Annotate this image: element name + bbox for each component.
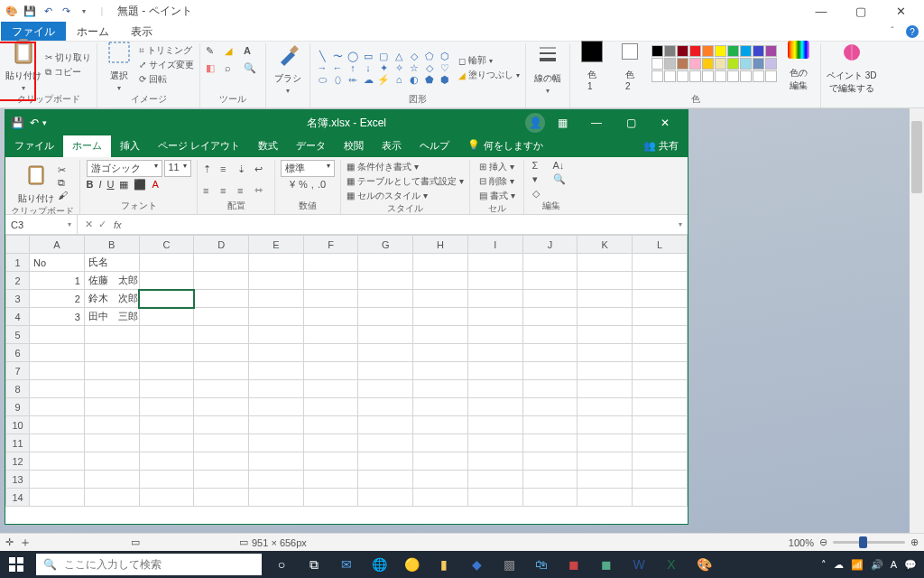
grid-cell[interactable] [467, 452, 522, 471]
excel-displaymode-icon[interactable]: ▦ [545, 110, 579, 135]
grid-cell[interactable] [578, 489, 633, 507]
grid-cell[interactable] [633, 416, 688, 434]
color-swatch[interactable] [702, 58, 714, 70]
grid-cell[interactable] [248, 272, 303, 290]
paste-dropdown-icon[interactable]: ▾ [22, 84, 25, 92]
grid-cell[interactable] [633, 380, 688, 398]
grid-cell[interactable] [633, 362, 688, 380]
paint3d-button[interactable]: ペイント 3D で編集する [827, 37, 877, 95]
trim-button[interactable]: ⌗トリミング [139, 43, 194, 57]
rotate-button[interactable]: ⟳回転 [139, 72, 194, 86]
tray-wifi-icon[interactable]: 📶 [851, 559, 864, 571]
grid-cell[interactable] [30, 452, 85, 471]
color-swatch[interactable] [664, 58, 676, 70]
grid-cell[interactable] [30, 380, 85, 398]
formula-expand-icon[interactable]: ▾ [673, 220, 688, 228]
grid-cell[interactable] [633, 308, 688, 326]
color-swatch[interactable] [715, 70, 726, 82]
grid-cell[interactable] [522, 380, 578, 398]
grid-cell[interactable] [248, 434, 303, 452]
paint-min-button[interactable]: — [801, 0, 841, 22]
color-swatch[interactable] [651, 58, 663, 70]
tray-cloud-icon[interactable]: ☁ [834, 559, 844, 571]
grid-cell[interactable] [467, 326, 522, 344]
vertical-scrollbar[interactable] [910, 108, 924, 533]
excel-qat-dropdown[interactable]: ▾ [42, 118, 47, 127]
grid-cell[interactable] [248, 308, 303, 326]
share-button[interactable]: 👥 共有 [634, 135, 688, 157]
pencil-tool[interactable]: ✎ [206, 45, 222, 57]
grid-cell[interactable] [413, 380, 468, 398]
grid-cell[interactable] [522, 471, 578, 489]
xl-copy-icon[interactable]: ⧉ [58, 177, 68, 189]
grid-cell[interactable] [413, 290, 468, 308]
color-swatch[interactable] [651, 70, 663, 82]
grid-cell[interactable] [139, 380, 194, 398]
col-header[interactable]: G [358, 236, 413, 254]
xl-cut-icon[interactable]: ✂ [58, 164, 68, 176]
cancel-formula-icon[interactable]: ✕ [85, 219, 93, 230]
grid-cell[interactable] [303, 326, 358, 344]
grid-cell[interactable] [467, 416, 522, 434]
grid-cell[interactable] [303, 344, 358, 362]
grid-cell[interactable] [467, 272, 522, 290]
worksheet-grid[interactable]: ABCDEFGHIJKL1No氏名21佐藤 太郎32鈴木 次郎43田中 三郎56… [5, 235, 688, 524]
grid-cell[interactable] [303, 254, 358, 272]
grid-cell[interactable] [84, 398, 139, 416]
grid-cell[interactable] [578, 272, 633, 290]
grid-cell[interactable] [358, 416, 413, 434]
grid-cell[interactable] [303, 290, 358, 308]
grid-cell[interactable] [139, 471, 194, 489]
color-swatch[interactable] [765, 45, 777, 57]
grid-cell[interactable] [248, 452, 303, 471]
row-header[interactable]: 10 [6, 416, 30, 434]
app-icon-3[interactable]: ◼ [558, 551, 590, 578]
shape-fill-button[interactable]: ◢塗りつぶし▾ [458, 69, 520, 82]
grid-cell[interactable] [194, 344, 249, 362]
shape-outline-button[interactable]: ◻輪郭▾ [458, 54, 520, 68]
system-tray[interactable]: ˄ ☁ 📶 🔊 A 💬 [814, 559, 924, 571]
qat-dropdown-icon[interactable]: ▾ [76, 3, 92, 19]
grid-cell[interactable] [633, 254, 688, 272]
brush-button[interactable]: ブラシ ▾ [272, 40, 304, 95]
grid-cell[interactable] [303, 452, 358, 471]
sort-button[interactable]: A↓ [553, 160, 571, 171]
grid-cell[interactable] [633, 434, 688, 452]
grid-cell[interactable] [467, 380, 522, 398]
grid-cell[interactable] [578, 308, 633, 326]
grid-cell[interactable] [30, 362, 85, 380]
color-swatch[interactable] [740, 70, 752, 82]
grid-cell[interactable] [248, 416, 303, 434]
grid-cell[interactable] [633, 471, 688, 489]
app-icon-2[interactable]: ▩ [493, 551, 525, 578]
formula-input[interactable] [129, 215, 673, 234]
grid-cell[interactable] [522, 489, 578, 507]
grid-cell[interactable] [303, 380, 358, 398]
color-swatch[interactable] [727, 45, 739, 57]
cut-button[interactable]: ✂切り取り [45, 51, 91, 64]
color2-button[interactable]: 色 2 [614, 36, 646, 91]
col-header[interactable]: L [633, 236, 688, 254]
grid-cell[interactable] [578, 290, 633, 308]
grid-cell[interactable] [578, 362, 633, 380]
grid-cell[interactable] [139, 416, 194, 434]
row-header[interactable]: 14 [6, 489, 30, 507]
grid-cell[interactable] [139, 326, 194, 344]
grid-cell[interactable] [413, 489, 468, 507]
grid-cell[interactable] [303, 272, 358, 290]
xl-tab-layout[interactable]: ページ レイアウト [149, 135, 249, 157]
grid-cell[interactable] [358, 272, 413, 290]
explorer-app-icon[interactable]: ▮ [428, 551, 460, 578]
grid-cell[interactable] [194, 452, 249, 471]
grid-cell[interactable] [633, 344, 688, 362]
grid-cell[interactable] [578, 380, 633, 398]
grid-cell[interactable] [578, 471, 633, 489]
grid-cell[interactable] [522, 272, 578, 290]
xl-tab-view[interactable]: 表示 [373, 135, 411, 157]
grid-cell[interactable] [30, 434, 85, 452]
grid-cell[interactable]: 佐藤 太郎 [84, 272, 139, 290]
align-mid[interactable]: ≡ [220, 163, 235, 174]
name-box[interactable]: C3▾ [5, 215, 78, 234]
word-app-icon[interactable]: W [623, 551, 655, 578]
grid-cell[interactable] [139, 489, 194, 507]
